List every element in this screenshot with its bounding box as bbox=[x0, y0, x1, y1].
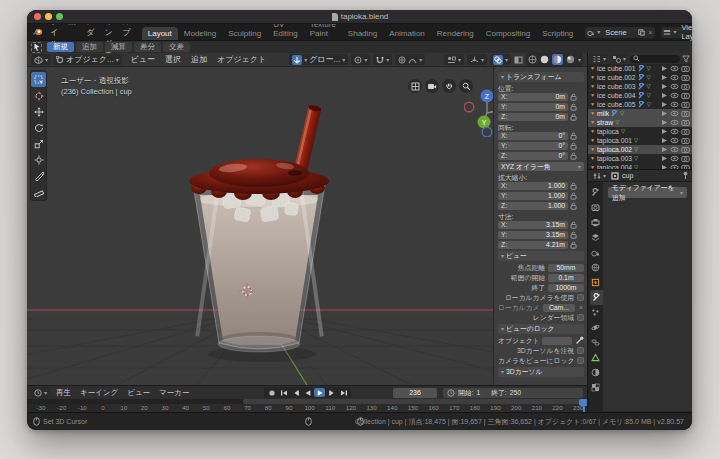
properties-tab-physics[interactable] bbox=[588, 320, 603, 335]
view-setting-field[interactable]: 1000m bbox=[548, 284, 584, 292]
outliner-row-tapioca-001[interactable]: ▼ tapioca.001 ▽ bbox=[588, 136, 692, 145]
lock-icon[interactable] bbox=[570, 192, 577, 200]
view-setting-field[interactable]: 50mm bbox=[548, 264, 584, 272]
viewport-3d[interactable]: ユーザー・透視投影 (236) Collection | cup Z bbox=[27, 67, 587, 385]
current-frame-field[interactable]: 236 bbox=[393, 388, 437, 398]
select-mode-button[interactable]: 新規 bbox=[47, 42, 74, 52]
frame-range-fields[interactable]: 開始:1 終了:250 bbox=[443, 388, 583, 398]
properties-tab-view-layer[interactable] bbox=[588, 230, 603, 245]
transform-panel-header[interactable]: ▾トランスフォーム bbox=[498, 72, 584, 82]
pivot-point-selector[interactable]: ▾ bbox=[351, 54, 370, 65]
viewport-menu-オブジェクト[interactable]: オブジェクト bbox=[212, 54, 271, 65]
properties-tab-object[interactable] bbox=[588, 275, 603, 290]
properties-tab-material[interactable] bbox=[588, 365, 603, 380]
lock-icon[interactable] bbox=[570, 152, 577, 160]
shading-material-icon[interactable] bbox=[553, 55, 562, 64]
dimension-z-field[interactable]: Z:4.21m bbox=[498, 241, 568, 249]
lock-cursor-checkbox[interactable] bbox=[577, 347, 584, 354]
lock-icon[interactable] bbox=[570, 93, 577, 101]
eyedropper-icon[interactable] bbox=[575, 336, 584, 345]
record-button[interactable] bbox=[266, 388, 277, 397]
toggle-camera-button[interactable] bbox=[425, 79, 439, 93]
zoom-window-button[interactable] bbox=[56, 13, 63, 20]
selectable-toggle-icon[interactable] bbox=[661, 155, 668, 162]
blender-logo-icon[interactable] bbox=[33, 28, 43, 36]
workspace-tab-animation[interactable]: Animation bbox=[383, 27, 431, 40]
disable-render-icon[interactable] bbox=[681, 65, 690, 72]
rotation-y-field[interactable]: Y:0° bbox=[498, 142, 568, 150]
disable-render-icon[interactable] bbox=[681, 101, 690, 108]
outliner-row-tapioca-002[interactable]: ▼ tapioca.002 ▽ bbox=[588, 145, 692, 154]
viewport-menu-選択[interactable]: 選択 bbox=[160, 54, 186, 65]
hide-viewport-icon[interactable] bbox=[670, 155, 679, 162]
rotation-z-field[interactable]: Z:0° bbox=[498, 152, 568, 160]
render-region-checkbox[interactable] bbox=[577, 314, 584, 321]
scale-y-field[interactable]: Y:1.000 bbox=[498, 192, 568, 200]
timeline-editor-selector[interactable]: ▾ bbox=[31, 387, 50, 398]
object-name[interactable]: ice cube.001 bbox=[597, 65, 636, 72]
object-name[interactable]: tapioca.001 bbox=[597, 137, 632, 144]
shading-rendered-icon[interactable] bbox=[566, 55, 575, 64]
object-visibility-selector[interactable]: ▾ bbox=[444, 54, 464, 65]
play-back-button[interactable] bbox=[302, 388, 313, 397]
tool-box-select-button[interactable] bbox=[31, 72, 46, 87]
local-camera-field[interactable]: Cam... bbox=[543, 304, 575, 312]
object-name[interactable]: ice cube.002 bbox=[597, 74, 636, 81]
selectable-toggle-icon[interactable] bbox=[661, 101, 668, 108]
workspace-tab-rendering[interactable]: Rendering bbox=[431, 27, 480, 40]
hide-viewport-icon[interactable] bbox=[670, 110, 679, 117]
hide-viewport-icon[interactable] bbox=[670, 83, 679, 90]
view-panel-header[interactable]: ▾ビュー bbox=[498, 251, 584, 261]
view-layer-selector[interactable]: ▾ View Layer × bbox=[661, 27, 692, 38]
proportional-edit-toggle[interactable]: ▾ bbox=[395, 54, 425, 65]
scale-z-field[interactable]: Z:1.000 bbox=[498, 202, 568, 210]
outliner-filter-mode[interactable]: ▾ bbox=[610, 54, 628, 63]
selectable-toggle-icon[interactable] bbox=[661, 92, 668, 99]
active-tool-icon[interactable] bbox=[31, 42, 42, 53]
scene-name[interactable]: Scene bbox=[602, 28, 636, 37]
tool-annotate-button[interactable] bbox=[31, 168, 46, 183]
selectable-toggle-icon[interactable] bbox=[661, 146, 668, 153]
tool-move-button[interactable] bbox=[31, 104, 46, 119]
workspace-tab-layout[interactable]: Layout bbox=[142, 27, 178, 40]
play-button[interactable] bbox=[314, 388, 325, 397]
lock-icon[interactable] bbox=[570, 231, 577, 239]
minimize-window-button[interactable] bbox=[45, 13, 52, 20]
outliner-row-tapioca-003[interactable]: ▼ tapioca.003 ▽ bbox=[588, 154, 692, 163]
lock-icon[interactable] bbox=[570, 142, 577, 150]
tool-rotate-button[interactable] bbox=[31, 120, 46, 135]
properties-tab-scene[interactable] bbox=[588, 245, 603, 260]
dimension-x-field[interactable]: X:3.15m bbox=[498, 221, 568, 229]
new-scene-icon[interactable] bbox=[638, 29, 645, 36]
scene-unlink-button[interactable]: × bbox=[647, 29, 653, 36]
view-lock-panel-header[interactable]: ▾ビューのロック bbox=[498, 324, 584, 334]
workspace-tab-sculpting[interactable]: Sculpting bbox=[222, 27, 267, 40]
lock-icon[interactable] bbox=[570, 202, 577, 210]
disable-render-icon[interactable] bbox=[681, 92, 690, 99]
jump-first-button[interactable] bbox=[278, 388, 289, 397]
outliner-row-milk[interactable]: ▼ milk ▽ bbox=[588, 109, 692, 118]
tool-measure-button[interactable] bbox=[31, 184, 46, 199]
selectable-toggle-icon[interactable] bbox=[661, 119, 668, 126]
workspace-tab-modeling[interactable]: Modeling bbox=[178, 27, 222, 40]
gizmo-z-neg-axis[interactable] bbox=[482, 127, 492, 137]
disable-render-icon[interactable] bbox=[681, 137, 690, 144]
add-modifier-button[interactable]: モディファイアーを追加▾ bbox=[608, 187, 687, 198]
viewport-menu-ビュー[interactable]: ビュー bbox=[126, 54, 160, 65]
next-key-button[interactable] bbox=[326, 388, 337, 397]
outliner-row-straw[interactable]: ▼ straw ▽ bbox=[588, 118, 692, 127]
select-mode-button[interactable]: 交差 bbox=[163, 42, 190, 52]
object-name[interactable]: tapioca.003 bbox=[597, 155, 632, 162]
selectable-toggle-icon[interactable] bbox=[661, 110, 668, 117]
scene-selector[interactable]: ▾ Scene × bbox=[585, 27, 655, 38]
object-name[interactable]: milk bbox=[597, 110, 609, 117]
hide-viewport-icon[interactable] bbox=[670, 92, 679, 99]
properties-editor-selector[interactable]: ▾ bbox=[591, 171, 608, 180]
tool-cursor-button[interactable] bbox=[31, 88, 46, 103]
hide-viewport-icon[interactable] bbox=[670, 74, 679, 81]
filter-funnel-icon[interactable] bbox=[682, 55, 690, 63]
timeline-menu-ビュー[interactable]: ビュー bbox=[123, 388, 154, 398]
scale-x-field[interactable]: X:1.000 bbox=[498, 182, 568, 190]
dimension-y-field[interactable]: Y:3.15m bbox=[498, 231, 568, 239]
properties-tab-render[interactable] bbox=[588, 200, 603, 215]
